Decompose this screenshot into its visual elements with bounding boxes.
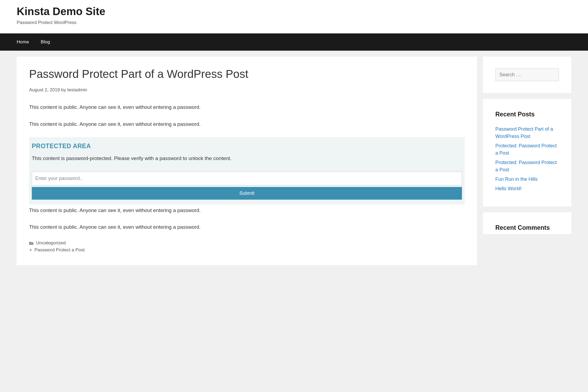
main-content: Password Protect Part of a WordPress Pos… xyxy=(17,57,477,265)
post-meta: August 2, 2019 by testadmin xyxy=(29,87,465,93)
recent-comments-widget: Recent Comments xyxy=(483,212,571,234)
by-label: by xyxy=(61,87,66,92)
public-paragraph: This content is public. Anyone can see i… xyxy=(29,120,465,128)
search-widget xyxy=(483,57,571,93)
recent-posts-title: Recent Posts xyxy=(495,111,559,118)
category-link[interactable]: Uncategorized xyxy=(36,240,66,246)
entry-footer: Uncategorized Password Protect a Post xyxy=(29,240,465,253)
recent-post-link[interactable]: Hello World! xyxy=(495,186,522,191)
protected-heading: PROTECTED AREA xyxy=(32,143,462,150)
post-date: August 2, 2019 xyxy=(29,87,60,92)
recent-post-link[interactable]: Password Protect Part of a WordPress Pos… xyxy=(495,126,553,139)
site-tagline: Password Protect WordPress xyxy=(17,20,571,25)
sidebar: Recent Posts Password Protect Part of a … xyxy=(483,57,571,265)
recent-comments-title: Recent Comments xyxy=(495,224,559,231)
search-input[interactable] xyxy=(495,68,559,81)
prev-post-link[interactable]: Password Protect a Post xyxy=(34,247,85,253)
primary-nav: Home Blog xyxy=(0,33,588,51)
public-paragraph: This content is public. Anyone can see i… xyxy=(29,223,465,231)
folder-icon xyxy=(29,241,33,245)
site-title[interactable]: Kinsta Demo Site xyxy=(17,5,571,18)
recent-post-link[interactable]: Protected: Password Protect a Post xyxy=(495,143,557,156)
protected-area: PROTECTED AREA This content is password-… xyxy=(29,137,465,204)
page-container: Password Protect Part of a WordPress Pos… xyxy=(0,51,588,271)
site-header: Kinsta Demo Site Password Protect WordPr… xyxy=(0,0,588,33)
recent-posts-widget: Recent Posts Password Protect Part of a … xyxy=(483,99,571,206)
nav-item-blog[interactable]: Blog xyxy=(41,39,50,44)
chevron-left-icon xyxy=(29,248,32,252)
public-paragraph: This content is public. Anyone can see i… xyxy=(29,207,465,214)
post-author[interactable]: testadmin xyxy=(67,87,87,92)
password-input[interactable] xyxy=(32,172,462,185)
recent-post-link[interactable]: Protected: Password Protect a Post xyxy=(495,160,557,172)
recent-post-link[interactable]: Fun Run in the Hills xyxy=(495,176,538,182)
nav-item-home[interactable]: Home xyxy=(17,39,29,44)
post-title: Password Protect Part of a WordPress Pos… xyxy=(29,67,465,81)
public-paragraph: This content is public. Anyone can see i… xyxy=(29,103,465,111)
post-content: This content is public. Anyone can see i… xyxy=(29,103,465,231)
protected-message: This content is password-protected. Plea… xyxy=(32,155,462,162)
submit-button[interactable]: Submit xyxy=(32,187,462,200)
